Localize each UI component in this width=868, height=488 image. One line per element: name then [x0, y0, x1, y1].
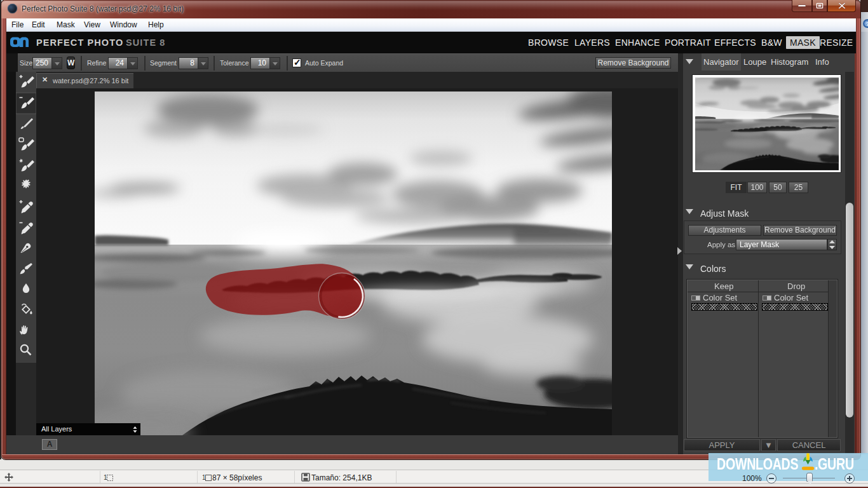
svg-text:?: ?: [866, 21, 868, 27]
